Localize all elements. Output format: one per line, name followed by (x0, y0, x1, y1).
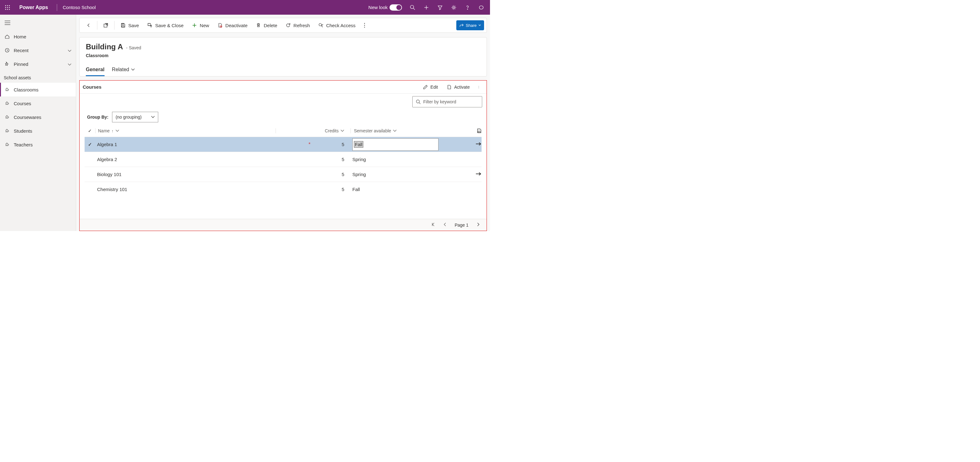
filter-input[interactable] (423, 99, 479, 104)
sidebar-item-courses[interactable]: Courses (0, 96, 76, 110)
puzzle-icon (4, 114, 10, 120)
filter-button[interactable] (434, 1, 446, 14)
cell-semester[interactable]: Fall (352, 187, 360, 192)
puzzle-icon (4, 100, 10, 106)
sidebar-home-label: Home (14, 34, 26, 39)
app-launcher-button[interactable] (3, 3, 13, 13)
pager-first[interactable] (431, 222, 435, 228)
share-button[interactable]: Share (456, 20, 484, 30)
app-header: Power Apps Contoso School New look (0, 0, 490, 15)
table-row[interactable]: Algebra 2 5 Spring (84, 152, 482, 167)
cell-semester[interactable]: Spring (352, 172, 366, 177)
table-row[interactable]: Chemistry 101 5 Fall (84, 182, 482, 197)
chevron-down-icon[interactable] (340, 129, 344, 132)
groupby-label: Group By: (87, 115, 108, 119)
settings-button[interactable] (447, 1, 460, 14)
sidebar-item-teachers[interactable]: Teachers (0, 138, 76, 151)
table-row[interactable]: Biology 101 5 Spring (84, 167, 482, 182)
check-access-button[interactable]: Check Access (314, 20, 359, 31)
chevron-down-icon (68, 48, 72, 53)
saved-status: - Saved (126, 45, 141, 50)
column-credits-label: Credits (325, 128, 339, 133)
subgrid-edit-label: Edit (430, 84, 438, 89)
search-icon (410, 5, 415, 10)
grid: Name Credits Semester available (80, 125, 487, 197)
sidebar-pinned[interactable]: Pinned (0, 57, 76, 71)
subgrid-more-button[interactable] (474, 81, 484, 93)
tenant-label[interactable]: Contoso School (63, 5, 96, 10)
select-all-checkbox[interactable] (84, 128, 95, 133)
tab-general-label: General (86, 67, 105, 72)
back-button[interactable] (82, 20, 95, 31)
home-icon (4, 34, 10, 39)
sidebar-recent[interactable]: Recent (0, 43, 76, 57)
row-checkbox[interactable] (84, 142, 95, 147)
hamburger-icon (5, 21, 10, 25)
save-label: Save (128, 23, 139, 28)
cell-name[interactable]: Algebra 2 (97, 157, 117, 162)
pin-icon (4, 61, 10, 67)
new-look-toggle[interactable] (390, 4, 402, 11)
svg-point-27 (319, 24, 321, 26)
funnel-icon (437, 5, 443, 10)
sidebar-toggle[interactable] (1, 16, 14, 30)
open-new-window-button[interactable] (99, 20, 112, 31)
cell-name[interactable]: Biology 101 (97, 172, 121, 177)
svg-point-8 (9, 9, 10, 10)
plus-icon (423, 5, 429, 10)
open-record-arrow[interactable] (475, 142, 482, 147)
sidebar-item-students[interactable]: Students (0, 124, 76, 138)
chevron-down-icon[interactable] (393, 129, 397, 132)
tab-related[interactable]: Related (112, 64, 135, 76)
sidebar-item-label: Students (14, 128, 32, 134)
save-icon[interactable] (477, 128, 482, 133)
column-semester[interactable]: Semester available (350, 128, 444, 133)
cell-semester[interactable]: Spring (352, 157, 366, 162)
refresh-button[interactable]: Refresh (282, 20, 313, 31)
cell-credits[interactable]: 5 (342, 172, 344, 177)
cell-semester[interactable]: Fall (350, 138, 444, 151)
subgrid-header: Courses Edit Activate (80, 81, 487, 94)
grid-header: Name Credits Semester available (84, 125, 482, 137)
sidebar-home[interactable]: Home (0, 30, 76, 43)
header-right: New look (368, 1, 487, 14)
save-close-button[interactable]: Save & Close (143, 20, 187, 31)
refresh-icon (285, 22, 291, 28)
command-bar: Save Save & Close New Deactivate (79, 18, 487, 33)
filter-input-wrap[interactable] (412, 96, 482, 107)
assistant-button[interactable] (475, 1, 487, 14)
deactivate-button[interactable]: Deactivate (213, 20, 251, 31)
sidebar-item-classrooms[interactable]: Classrooms (0, 83, 76, 96)
semester-editor[interactable]: Fall (352, 138, 439, 151)
add-button[interactable] (420, 1, 433, 14)
column-name[interactable]: Name (95, 128, 275, 133)
groupby-select[interactable]: (no grouping) (112, 112, 158, 123)
help-button[interactable] (461, 1, 474, 14)
new-button[interactable]: New (188, 20, 213, 31)
pager-next[interactable] (476, 222, 480, 228)
subgrid-title: Courses (83, 84, 102, 89)
cell-name[interactable]: Algebra 1 (95, 142, 275, 147)
chevron-down-icon[interactable] (116, 129, 119, 132)
pager-prev[interactable] (443, 222, 447, 228)
search-button[interactable] (406, 1, 419, 14)
cell-credits[interactable]: 5 (342, 157, 344, 162)
table-row[interactable]: Algebra 1 * 5 Fall (84, 137, 482, 152)
delete-button[interactable]: Delete (252, 20, 281, 31)
sidebar-item-coursewares[interactable]: Coursewares (0, 110, 76, 124)
subgrid-activate-button[interactable]: Activate (442, 81, 474, 93)
cell-name[interactable]: Chemistry 101 (97, 187, 127, 192)
open-record-arrow[interactable] (475, 172, 482, 177)
save-button[interactable]: Save (116, 20, 143, 31)
cell-credits[interactable]: 5 (342, 187, 344, 192)
chevron-down-icon (479, 24, 481, 26)
column-credits[interactable]: Credits (275, 128, 350, 133)
tab-general[interactable]: General (86, 64, 105, 76)
plus-icon (192, 22, 197, 28)
share-icon (460, 23, 464, 27)
subgrid-edit-button[interactable]: Edit (418, 81, 442, 93)
chevron-down-icon (151, 116, 155, 118)
divider (57, 4, 57, 11)
cell-credits[interactable]: 5 (342, 142, 344, 147)
overflow-button[interactable] (360, 20, 369, 31)
